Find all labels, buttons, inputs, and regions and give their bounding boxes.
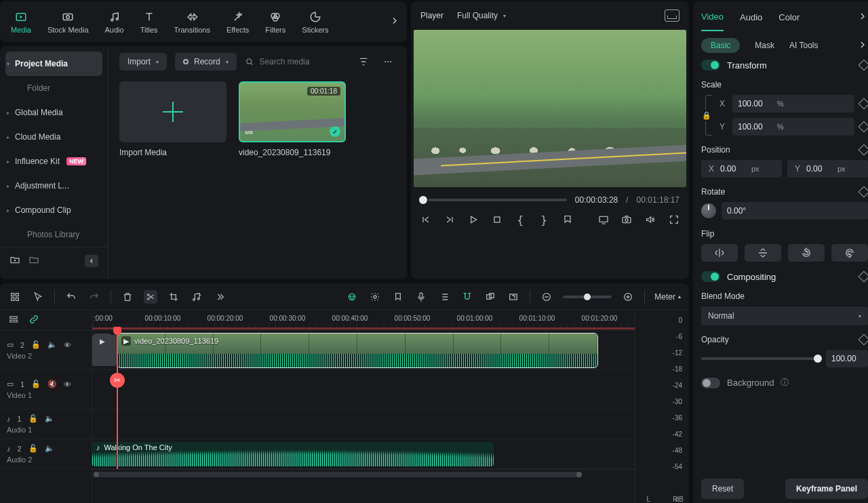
rotate-dial[interactable] bbox=[701, 203, 716, 218]
snapshot-button[interactable] bbox=[621, 213, 633, 226]
sidebar-global-media[interactable]: ▸Global Media bbox=[0, 100, 108, 125]
opacity-slider[interactable] bbox=[701, 357, 818, 360]
sidebar-compound-clip[interactable]: ▸Compound Clip bbox=[0, 198, 108, 222]
player-preview[interactable] bbox=[414, 30, 686, 187]
track-options-icon[interactable] bbox=[8, 314, 19, 327]
volume-button[interactable] bbox=[645, 213, 656, 226]
background-toggle[interactable] bbox=[701, 378, 720, 388]
timeline-scrollbar[interactable] bbox=[92, 469, 635, 479]
toggle-scopes-icon[interactable] bbox=[665, 9, 679, 22]
sidebar-influence-kit[interactable]: ▸Influence KitNEW bbox=[0, 149, 108, 174]
rotate-input[interactable] bbox=[727, 206, 762, 216]
tl-zoom-slider[interactable] bbox=[563, 296, 612, 298]
transform-keyframe[interactable] bbox=[859, 60, 868, 71]
tab-stickers[interactable]: Stickers bbox=[302, 10, 328, 34]
tl-mic-icon[interactable] bbox=[414, 290, 428, 304]
scissors-icon[interactable]: ✂ bbox=[110, 373, 125, 388]
inspector-tabs-next[interactable] bbox=[857, 11, 868, 24]
filter-icon[interactable] bbox=[355, 54, 372, 70]
sidebar-cloud-media[interactable]: ▸Cloud Media bbox=[0, 125, 108, 149]
tl-snap-icon[interactable] bbox=[460, 290, 474, 304]
track-lock-icon[interactable]: 🔓 bbox=[28, 414, 38, 423]
search-input[interactable] bbox=[259, 57, 347, 66]
subtabs-next[interactable] bbox=[857, 39, 868, 52]
tl-overlap-icon[interactable] bbox=[484, 290, 497, 304]
stop-button[interactable] bbox=[491, 213, 502, 226]
playhead[interactable]: ✂ bbox=[117, 331, 118, 469]
track-visible-icon[interactable]: 👁 bbox=[64, 341, 71, 349]
pos-y-input[interactable] bbox=[806, 164, 833, 174]
flip-vertical-button[interactable] bbox=[745, 244, 781, 262]
tl-zoom-in[interactable] bbox=[621, 290, 635, 304]
tl-crop[interactable] bbox=[167, 290, 180, 304]
tl-layout-icon[interactable] bbox=[8, 290, 22, 304]
tl-redo[interactable] bbox=[87, 290, 101, 304]
import-dropdown[interactable]: Import▾ bbox=[119, 53, 167, 71]
tl-more-tools[interactable] bbox=[213, 290, 226, 304]
import-media-tile[interactable] bbox=[119, 81, 226, 142]
sidebar-adjustment-layers[interactable]: ▸Adjustment L... bbox=[0, 174, 108, 198]
sidebar-folder[interactable]: Folder bbox=[0, 76, 108, 100]
tl-ai-icon[interactable] bbox=[345, 290, 359, 304]
tabs-scroll-right[interactable] bbox=[389, 16, 400, 28]
sidebar-project-media[interactable]: ▾Project Media bbox=[5, 52, 102, 76]
opacity-input[interactable] bbox=[831, 354, 863, 363]
inspector-tab-audio[interactable]: Audio bbox=[740, 12, 762, 22]
track-audio-2[interactable]: ♪Walking On The City bbox=[92, 439, 635, 469]
track-lock-icon[interactable]: 🔓 bbox=[31, 340, 41, 349]
meter-toggle[interactable]: Meter▴ bbox=[654, 292, 681, 302]
blend-mode-select[interactable]: Normal▾ bbox=[701, 306, 868, 325]
opacity-keyframe[interactable] bbox=[859, 334, 868, 346]
link-icon[interactable] bbox=[28, 314, 39, 327]
info-icon[interactable]: ⓘ bbox=[781, 377, 789, 388]
tl-marker-icon[interactable] bbox=[391, 290, 405, 304]
track-mute-icon[interactable]: 🔈 bbox=[47, 340, 57, 349]
media-clip-thumb[interactable]: 00:01:18 ✓ bbox=[239, 81, 346, 142]
tl-zoom-out[interactable] bbox=[540, 290, 553, 304]
lock-icon[interactable]: 🔒 bbox=[702, 110, 711, 121]
scale-y-input[interactable] bbox=[738, 122, 773, 132]
tab-media[interactable]: Media bbox=[11, 10, 31, 34]
tab-effects[interactable]: Effects bbox=[226, 10, 249, 34]
pos-x-input[interactable] bbox=[720, 164, 747, 174]
reset-button[interactable]: Reset bbox=[701, 479, 744, 499]
keyframe-panel-button[interactable]: Keyframe Panel bbox=[785, 479, 868, 499]
timeline-clip-video[interactable]: ▶video_20230809_113619 bbox=[117, 333, 598, 368]
more-icon[interactable] bbox=[380, 54, 396, 70]
mark-in-button[interactable]: { bbox=[515, 213, 526, 226]
marker-options-button[interactable] bbox=[561, 213, 573, 226]
track-visible-icon[interactable]: 👁 bbox=[64, 380, 71, 388]
track-mute-icon[interactable]: 🔈 bbox=[45, 414, 54, 423]
sidebar-photos-library[interactable]: Photos Library bbox=[0, 222, 108, 247]
inspector-tab-color[interactable]: Color bbox=[778, 12, 800, 22]
transform-toggle[interactable] bbox=[701, 60, 720, 71]
track-lock-icon[interactable]: 🔓 bbox=[28, 444, 38, 453]
timeline-ruler[interactable]: :00:00 00:00:10:00 00:00:20:00 00:00:30:… bbox=[92, 310, 635, 331]
compositing-toggle[interactable] bbox=[701, 271, 720, 282]
display-mode-button[interactable] bbox=[597, 213, 609, 226]
scale-y-keyframe[interactable] bbox=[859, 121, 868, 133]
play-button[interactable] bbox=[467, 213, 479, 226]
tab-audio[interactable]: Audio bbox=[105, 10, 124, 34]
prev-frame-button[interactable] bbox=[420, 213, 432, 226]
subtab-ai-tools[interactable]: AI Tools bbox=[789, 41, 818, 50]
rotate-cw-button[interactable] bbox=[831, 244, 868, 262]
timeline-clip-audio[interactable]: ♪Walking On The City bbox=[92, 442, 494, 466]
scale-x-keyframe[interactable] bbox=[859, 98, 868, 110]
tl-speed[interactable] bbox=[190, 290, 203, 304]
track-play-icon[interactable]: ▶ bbox=[94, 334, 111, 348]
flip-horizontal-button[interactable] bbox=[701, 244, 738, 262]
track-video-1[interactable] bbox=[92, 370, 635, 409]
rotate-keyframe[interactable] bbox=[859, 186, 868, 198]
fullscreen-button[interactable] bbox=[668, 213, 679, 226]
position-keyframe[interactable] bbox=[859, 144, 868, 156]
scale-x-input[interactable] bbox=[738, 99, 773, 108]
tl-delete[interactable] bbox=[121, 290, 134, 304]
tab-titles[interactable]: Titles bbox=[140, 10, 158, 34]
track-audio-1[interactable] bbox=[92, 409, 635, 439]
track-lock-icon[interactable]: 🔓 bbox=[31, 380, 41, 388]
player-scrubber[interactable] bbox=[420, 199, 567, 201]
folder-icon[interactable] bbox=[28, 254, 39, 267]
record-dropdown[interactable]: Record▾ bbox=[175, 53, 237, 71]
mark-out-button[interactable]: } bbox=[538, 213, 550, 226]
